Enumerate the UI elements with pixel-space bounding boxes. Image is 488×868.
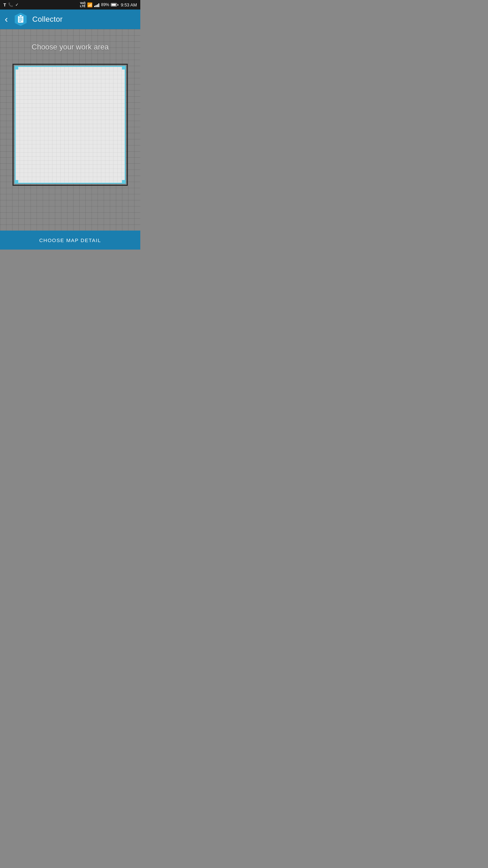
battery-body xyxy=(111,3,117,6)
signal-bar-4 xyxy=(98,3,99,7)
app-logo-svg xyxy=(13,12,28,27)
app-header: ‹ Collector xyxy=(0,9,140,29)
corner-handle-bl[interactable] xyxy=(15,180,18,183)
signal-bar-1 xyxy=(94,6,95,7)
signal-bar-2 xyxy=(96,5,97,7)
corner-handle-tr[interactable] xyxy=(122,66,125,70)
phone-icon: 📞 xyxy=(8,2,13,7)
selection-container[interactable] xyxy=(13,64,128,186)
clock: 9:53 AM xyxy=(121,2,137,7)
signal-bar-3 xyxy=(97,4,98,7)
status-bar: T 📞 ✓ Vol)LTE 📶 89% 9:53 AM xyxy=(0,0,140,9)
lte-indicator: Vol)LTE xyxy=(80,2,85,8)
check-icon: ✓ xyxy=(15,2,19,7)
work-area-label: Choose your work area xyxy=(32,43,108,52)
battery-tip xyxy=(118,4,118,6)
app-logo xyxy=(13,12,28,27)
selection-rect[interactable] xyxy=(15,66,126,184)
status-right-icons: Vol)LTE 📶 89% 9:53 AM xyxy=(80,2,137,8)
wifi-icon: 📶 xyxy=(87,2,93,7)
corner-handle-br[interactable] xyxy=(122,180,125,183)
battery-icon xyxy=(111,3,118,6)
status-left-icons: T 📞 ✓ xyxy=(3,2,19,7)
corner-handle-tl[interactable] xyxy=(15,66,18,70)
svg-rect-2 xyxy=(19,15,22,17)
battery-fill xyxy=(111,4,116,6)
choose-map-button[interactable]: CHOOSE MAP DETAIL xyxy=(39,237,101,243)
choose-map-bar[interactable]: CHOOSE MAP DETAIL xyxy=(0,231,140,250)
battery-percent: 89% xyxy=(101,2,109,7)
app-title: Collector xyxy=(32,15,63,24)
back-button[interactable]: ‹ xyxy=(5,14,8,25)
signal-bars-icon xyxy=(94,3,99,7)
main-content: Choose your work area xyxy=(0,29,140,231)
carrier-icon: T xyxy=(3,2,6,7)
